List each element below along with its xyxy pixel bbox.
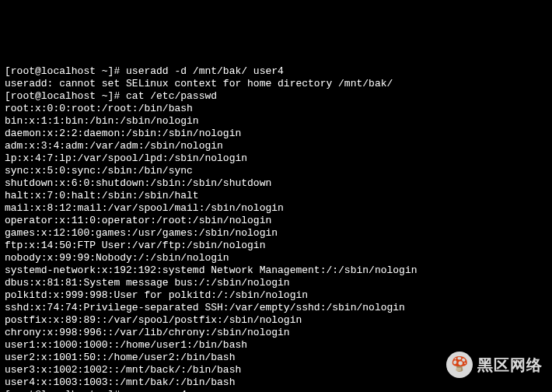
terminal-output[interactable]: [root@localhost ~]# useradd -d /mnt/bak/… <box>5 53 547 392</box>
terminal-line: sshd:x:74:74:Privilege-separated SSH:/va… <box>5 302 547 314</box>
terminal-line: mail:x:8:12:mail:/var/spool/mail:/sbin/n… <box>5 202 547 215</box>
terminal-line: user1:x:1000:1000::/home/user1:/bin/bash <box>5 339 547 352</box>
terminal-line: nobody:x:99:99:Nobody:/:/sbin/nologin <box>5 252 547 264</box>
terminal-line: useradd: cannot set SELinux context for … <box>5 78 547 90</box>
terminal-line: halt:x:7:0:halt:/sbin:/sbin/halt <box>5 190 547 202</box>
terminal-line: daemon:x:2:2:daemon:/sbin:/sbin/nologin <box>5 128 547 140</box>
terminal-line: root:x:0:0:root:/root:/bin/bash <box>5 103 547 115</box>
terminal-line: postfix:x:89:89::/var/spool/postfix:/sbi… <box>5 314 547 327</box>
terminal-line: lp:x:4:7:lp:/var/spool/lpd:/sbin/nologin <box>5 152 547 165</box>
terminal-line: games:x:12:100:games:/usr/games:/sbin/no… <box>5 227 547 240</box>
terminal-line: dbus:x:81:81:System message bus:/:/sbin/… <box>5 277 547 289</box>
terminal-line: user2:x:1001:50::/home/user2:/bin/bash <box>5 352 547 364</box>
terminal-line: bin:x:1:1:bin:/bin:/sbin/nologin <box>5 115 547 128</box>
terminal-line: [root@localhost ~]# useradd -d /mnt/bak/… <box>5 65 547 78</box>
terminal-line: ftp:x:14:50:FTP User:/var/ftp:/sbin/nolo… <box>5 240 547 252</box>
terminal-line: polkitd:x:999:998:User for polkitd:/:/sb… <box>5 289 547 302</box>
terminal-line: [root@localhost ~]# su - user4 <box>5 389 547 392</box>
terminal-line: [root@localhost ~]# cat /etc/passwd <box>5 90 547 103</box>
terminal-line: user3:x:1002:1002::/mnt/back/:/bin/bash <box>5 364 547 376</box>
terminal-line: operator:x:11:0:operator:/root:/sbin/nol… <box>5 215 547 227</box>
terminal-line <box>5 53 547 65</box>
terminal-line: adm:x:3:4:adm:/var/adm:/sbin/nologin <box>5 140 547 152</box>
terminal-line: shutdown:x:6:0:shutdown:/sbin:/sbin/shut… <box>5 177 547 190</box>
terminal-line: systemd-network:x:192:192:systemd Networ… <box>5 264 547 277</box>
terminal-line: user4:x:1003:1003::/mnt/bak/:/bin/bash <box>5 376 547 389</box>
terminal-line: sync:x:5:0:sync:/sbin:/bin/sync <box>5 165 547 177</box>
terminal-line: chrony:x:998:996::/var/lib/chrony:/sbin/… <box>5 327 547 339</box>
